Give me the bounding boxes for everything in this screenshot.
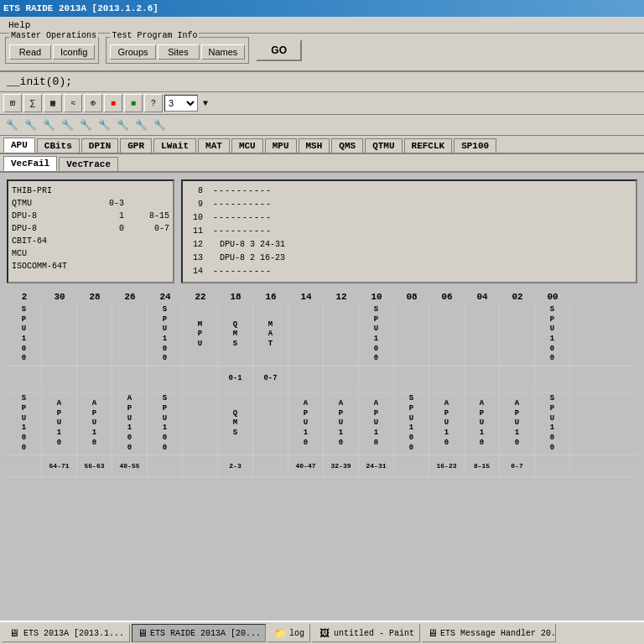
bottom-map-cell: A P U 1 0 [359,392,394,454]
menu-help[interactable]: Help [3,18,35,32]
range-map-cell: 64-71 [42,455,77,476]
info-row: DPU-800-7 [12,222,169,235]
sub-map-cell: 0-7 [253,366,288,392]
range-map-cell: 8-15 [465,455,500,476]
sub-map-cell [465,366,500,392]
wrench-icon-5[interactable]: 🔧 [77,117,94,133]
taskbar-item[interactable]: 🖼untitled - Paint [312,624,420,642]
tab-lwait[interactable]: LWait [153,138,196,153]
col-header-cell: 14 [288,292,324,302]
wrench-icon-1[interactable]: 🔧 [3,117,20,133]
wrench-icon-6[interactable]: 🔧 [96,117,112,133]
toolbar-area: Master Operations Read Iconfig Test Prog… [0,34,644,72]
range-map-cell: 40-47 [288,455,324,476]
wrench-icon-4[interactable]: 🔧 [59,117,75,133]
tab-qms[interactable]: QMS [331,138,363,153]
col-header-cell: 18 [218,292,253,302]
taskbar-icon: 📁 [273,626,287,640]
iconfig-button[interactable]: Iconfig [53,44,95,60]
taskbar-item[interactable]: 📁log [267,624,310,642]
bottom-map-cell [183,392,218,454]
taskbar-label: ETS Message Handler 20... [440,629,556,638]
top-map-cell: S P U 1 0 0 [148,304,183,366]
sub-map-cell [394,366,429,392]
taskbar-label: log [289,629,304,638]
range-map-cell: 48-55 [112,455,148,476]
names-button[interactable]: Names [201,44,246,60]
sub-map-cell [112,366,148,392]
top-map-cell [500,304,535,366]
network-icon[interactable]: ⊕ [84,94,102,112]
range-map-cell: 16-23 [429,455,465,476]
wrench-icon-7[interactable]: 🔧 [114,117,131,133]
bottom-map-row: S P U 1 0 0A P U 1 0A P U 1 0A P U 1 0 0… [7,392,637,455]
wrench-icon-8[interactable]: 🔧 [132,117,149,133]
color-red-icon[interactable]: ■ [104,94,122,112]
top-map-cell [465,304,500,366]
chart-icon[interactable]: ∑ [23,94,42,112]
sub-map-cell [7,366,42,392]
toolbar-row-1: Master Operations Read Iconfig Test Prog… [5,37,639,64]
sub-map-cell [500,366,535,392]
bar-chart-icon[interactable]: ▦ [44,94,62,112]
grid-icon[interactable]: ⊞ [3,94,22,112]
bottom-map-cell: A P U 1 0 [288,392,324,454]
top-map-cell: Q M S [218,304,253,366]
test-prog-section: Test Program Info Groups Sites Names [106,37,249,64]
vec-row: 14---------- [186,265,632,278]
tab-dpin[interactable]: DPIN [81,138,118,153]
col-header-cell: 02 [500,292,535,302]
color-green-icon[interactable]: ■ [124,94,143,112]
vector-panel: 8----------9----------10----------11----… [181,179,637,283]
range-map-row: 64-7156-6348-552-340-4732-3924-3116-238-… [7,455,637,477]
num-dropdown[interactable]: 3 1 2 4 [164,95,198,112]
info-row: THIB-PRI [12,184,169,197]
col-header-cell: 16 [253,292,288,302]
groups-button[interactable]: Groups [110,44,155,60]
tab2-vecfail[interactable]: VecFail [3,156,57,171]
taskbar-item[interactable]: 🖥ETS Message Handler 20... [422,624,556,642]
bottom-map-cell: A P U 1 0 [42,392,77,454]
info-row: MCU [12,247,169,260]
sub-map-cell [535,366,570,392]
sites-button[interactable]: Sites [158,44,200,60]
col-header-row: 2302826242218161412100806040200 [0,290,644,304]
go-button[interactable]: GO [256,39,302,61]
code-line: __init(0); [0,72,644,92]
taskbar-item[interactable]: 🖥ETS RAIDE 2013A [20... [132,624,266,642]
tab-gpr[interactable]: GPR [120,138,152,153]
icon-toolbar: ⊞ ∑ ▦ ≈ ⊕ ■ ■ ? 3 1 2 4 ▼ [0,92,644,115]
col-header-cell: 28 [77,292,112,302]
taskbar-icon: 🖼 [318,626,331,640]
tab-mat[interactable]: MAT [198,138,230,153]
tab-sp100[interactable]: SP100 [454,138,496,153]
help-icon[interactable]: ? [144,94,163,112]
tab-apu[interactable]: APU [3,138,35,153]
tab-mpu[interactable]: MPU [265,138,297,153]
bottom-map-cell: S P U 1 0 0 [535,392,570,454]
wave-icon[interactable]: ≈ [64,94,82,112]
range-map-cell: 0-7 [500,455,535,476]
taskbar-item[interactable]: 🖥ETS 2013A [2013.1... [2,624,130,642]
col-header-cell: 22 [183,292,218,302]
top-map-cell [288,304,324,366]
top-map-cell [112,304,148,366]
read-button[interactable]: Read [9,44,51,60]
wrench-icon-3[interactable]: 🔧 [40,117,57,133]
tab2-vectrace[interactable]: VecTrace [59,157,118,171]
tab-msh[interactable]: MSH [299,138,330,153]
vec-row: 12DPU-8 3 24-31 [186,238,632,252]
col-header-cell: 00 [535,292,570,302]
wrench-icon-2[interactable]: 🔧 [22,117,39,133]
wrench-icon-9[interactable]: 🔧 [151,117,168,133]
col-header-cell: 26 [112,292,148,302]
taskbar-label: untitled - Paint [334,629,414,638]
range-map-cell [7,455,42,476]
bottom-map-cell: A P U 1 0 [77,392,112,454]
tab-qtmu[interactable]: QTMU [365,138,402,153]
tab-mcu[interactable]: MCU [231,138,263,153]
top-map-cell: M A T [253,304,288,366]
tab-refclk[interactable]: REFCLK [404,138,453,153]
sub-map-cell [42,366,77,392]
tab-cbits[interactable]: CBits [37,138,80,153]
